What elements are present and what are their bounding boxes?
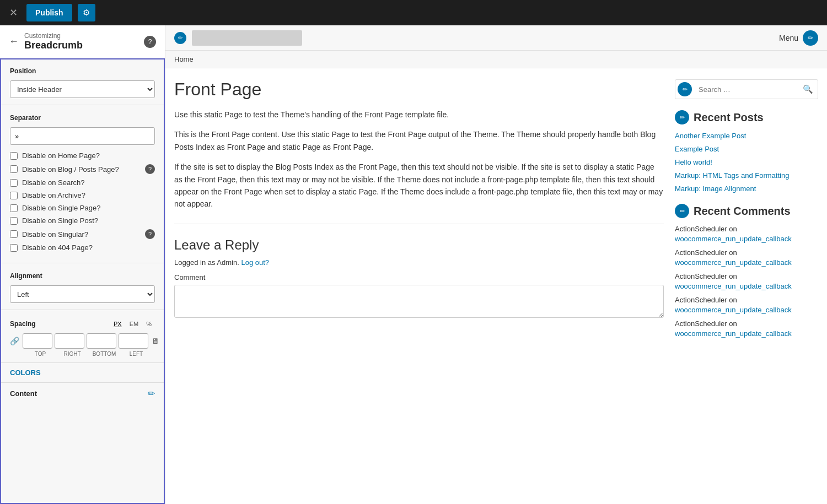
recent-posts-header: ✏ Recent Posts bbox=[675, 110, 818, 124]
checkbox-404-input[interactable] bbox=[10, 244, 18, 252]
checkbox-singular-input[interactable] bbox=[10, 230, 18, 238]
spacing-section: Spacing PX EM % 🔗 🖥 bbox=[1, 311, 164, 362]
spacing-inputs-row: 🔗 🖥 bbox=[10, 333, 155, 349]
separator-input[interactable] bbox=[10, 127, 155, 145]
paragraph-1: Use this static Page to test the Theme's… bbox=[174, 109, 664, 121]
sidebar: ← Customizing Breadcrumb ? Position Insi… bbox=[0, 25, 165, 504]
close-button[interactable]: ✕ bbox=[6, 5, 21, 20]
alignment-select[interactable]: Left Center Right bbox=[10, 285, 155, 303]
comment-textarea[interactable] bbox=[174, 285, 664, 318]
menu-edit-icon[interactable]: ✏ bbox=[803, 30, 818, 46]
blog-help-icon[interactable]: ? bbox=[145, 164, 155, 174]
search-widget: ✏ 🔍 bbox=[675, 79, 818, 99]
comment-url-3[interactable]: woocommerce_run_update_callback bbox=[675, 282, 792, 290]
checkbox-blog-input[interactable] bbox=[10, 165, 18, 173]
checkbox-home-label: Disable on Home Page? bbox=[22, 151, 100, 160]
checkbox-search: Disable on Search? bbox=[10, 178, 155, 187]
spacing-top[interactable] bbox=[23, 333, 52, 349]
list-item: ActionScheduler on woocommerce_run_updat… bbox=[675, 319, 818, 338]
back-button[interactable]: ← bbox=[9, 36, 19, 47]
position-select[interactable]: Inside Header Below Header Above Content bbox=[10, 80, 155, 98]
singular-help-icon[interactable]: ? bbox=[145, 229, 155, 239]
leave-reply-title: Leave a Reply bbox=[174, 237, 664, 253]
logo-placeholder bbox=[192, 30, 302, 46]
widget-sidebar: ✏ 🔍 ✏ Recent Posts Another Example Post … bbox=[675, 79, 818, 349]
preview-area: ✏ Menu ✏ Home Front Page Use this static… bbox=[165, 25, 827, 504]
comment-url-5[interactable]: woocommerce_run_update_callback bbox=[675, 329, 792, 338]
post-link-5[interactable]: Markup: Image Alignment bbox=[675, 185, 756, 193]
logo-edit-icon[interactable]: ✏ bbox=[174, 32, 186, 44]
search-widget-edit-icon[interactable]: ✏ bbox=[678, 82, 692, 96]
recent-posts-title: Recent Posts bbox=[694, 111, 764, 124]
sidebar-header-content: Customizing Breadcrumb bbox=[24, 32, 138, 51]
checkbox-search-label: Disable on Search? bbox=[22, 178, 84, 187]
checkbox-single-page-input[interactable] bbox=[10, 204, 18, 212]
logged-in-label: Logged in as Admin. bbox=[174, 258, 239, 267]
search-icon[interactable]: 🔍 bbox=[798, 81, 818, 97]
checkbox-archive-input[interactable] bbox=[10, 192, 18, 199]
comment-link-1: woocommerce_run_update_callback bbox=[675, 234, 818, 243]
post-link-2[interactable]: Example Post bbox=[675, 145, 719, 153]
spacing-units: PX EM % bbox=[110, 319, 155, 329]
comment-link-4: woocommerce_run_update_callback bbox=[675, 305, 818, 314]
unit-em[interactable]: EM bbox=[126, 319, 142, 329]
post-link-1[interactable]: Another Example Post bbox=[675, 132, 746, 140]
checkbox-search-input[interactable] bbox=[10, 179, 18, 187]
link-spacing-icon[interactable]: 🔗 bbox=[10, 335, 19, 347]
preview-topbar: ✏ Menu ✏ bbox=[165, 25, 827, 51]
label-top: TOP bbox=[25, 351, 55, 357]
list-item: Markup: HTML Tags and Formatting bbox=[675, 171, 818, 180]
search-input[interactable] bbox=[694, 82, 798, 97]
colors-section[interactable]: COLORS bbox=[1, 362, 164, 382]
separator-label: Separator bbox=[10, 114, 155, 122]
recent-comments-edit-icon[interactable]: ✏ bbox=[675, 204, 689, 218]
content-edit-icon[interactable]: ✏ bbox=[148, 388, 155, 399]
checkbox-archive: Disable on Archive? bbox=[10, 191, 155, 199]
reply-meta: Logged in as Admin. Log out? bbox=[174, 258, 664, 267]
spacing-right[interactable] bbox=[55, 333, 84, 349]
spacing-left[interactable] bbox=[119, 333, 148, 349]
unit-percent[interactable]: % bbox=[143, 319, 155, 329]
comment-url-2[interactable]: woocommerce_run_update_callback bbox=[675, 258, 792, 267]
checkbox-single-page-label: Disable on Single Page? bbox=[22, 204, 100, 212]
unit-px[interactable]: PX bbox=[110, 319, 125, 329]
comment-author-2: ActionScheduler on bbox=[675, 248, 818, 257]
comment-label: Comment bbox=[174, 273, 664, 281]
customizing-label: Customizing bbox=[24, 32, 138, 40]
recent-comments-widget: ✏ Recent Comments ActionScheduler on woo… bbox=[675, 204, 818, 338]
label-bottom: BOTTOM bbox=[89, 351, 119, 357]
logout-link[interactable]: Log out? bbox=[241, 258, 269, 267]
recent-posts-edit-icon[interactable]: ✏ bbox=[675, 110, 689, 124]
help-icon[interactable]: ? bbox=[144, 36, 156, 48]
checkbox-single-post-input[interactable] bbox=[10, 217, 18, 225]
list-item: Hello world! bbox=[675, 158, 818, 166]
checkbox-single-post: Disable on Single Post? bbox=[10, 216, 155, 225]
spacing-labels: TOP RIGHT BOTTOM LEFT bbox=[10, 351, 155, 357]
list-item: Markup: Image Alignment bbox=[675, 184, 818, 193]
comment-url-4[interactable]: woocommerce_run_update_callback bbox=[675, 306, 792, 314]
post-link-4[interactable]: Markup: HTML Tags and Formatting bbox=[675, 171, 789, 180]
breadcrumb-bar: Home bbox=[165, 51, 827, 68]
label-right: RIGHT bbox=[57, 351, 87, 357]
recent-comments-list: ActionScheduler on woocommerce_run_updat… bbox=[675, 225, 818, 338]
content-label: Content bbox=[10, 389, 37, 398]
comment-author-3: ActionScheduler on bbox=[675, 272, 818, 280]
comment-url-1[interactable]: woocommerce_run_update_callback bbox=[675, 235, 792, 243]
top-bar: ✕ Publish ⚙ bbox=[0, 0, 827, 25]
position-label: Position bbox=[10, 67, 155, 75]
menu-label: Menu bbox=[779, 34, 798, 42]
list-item: ActionScheduler on woocommerce_run_updat… bbox=[675, 296, 818, 314]
spacing-bottom[interactable] bbox=[87, 333, 116, 349]
post-link-3[interactable]: Hello world! bbox=[675, 158, 712, 166]
checkbox-blog-label: Disable on Blog / Posts Page? bbox=[22, 165, 119, 174]
comment-author-4: ActionScheduler on bbox=[675, 296, 818, 304]
desktop-icon[interactable]: 🖥 bbox=[152, 335, 159, 347]
page-title: Front Page bbox=[174, 79, 664, 100]
paragraph-2: This is the Front Page content. Use this… bbox=[174, 128, 664, 153]
gear-button[interactable]: ⚙ bbox=[78, 4, 95, 21]
checkbox-home-input[interactable] bbox=[10, 152, 18, 160]
publish-button[interactable]: Publish bbox=[26, 4, 72, 21]
recent-comments-title: Recent Comments bbox=[694, 205, 791, 218]
spacing-inputs bbox=[23, 333, 148, 349]
paragraph-3: If the site is set to display the Blog P… bbox=[174, 161, 664, 210]
